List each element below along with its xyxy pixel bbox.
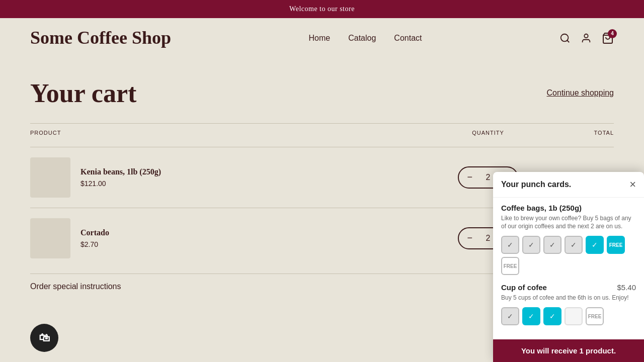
punch-card-name-0: Coffee bags, 1b (250g) xyxy=(501,204,582,212)
punch-slot-0-2: ✓ xyxy=(543,236,561,254)
product-details-0: Kenia beans, 1lb (250g) $121.00 xyxy=(80,167,161,188)
punch-slot-1-4: FREE xyxy=(586,307,604,325)
popup-close-button[interactable]: × xyxy=(629,179,636,190)
main-nav: Home Catalog Contact xyxy=(309,34,422,43)
punch-slot-1-2: ✓ xyxy=(543,307,561,325)
shopify-badge[interactable]: 🛍 xyxy=(30,324,58,352)
cart-header-row: Your cart Continue shopping xyxy=(30,78,614,108)
banner-text: Welcome to our store xyxy=(289,5,355,13)
cart-title: Your cart xyxy=(30,78,136,108)
punch-card-product-0: Coffee bags, 1b (250g) xyxy=(501,204,636,212)
punch-card-product-1: Cup of cofee $5.40 xyxy=(501,283,636,292)
popup-footer: You will receive 1 product. xyxy=(493,339,644,362)
punch-card-desc-1: Buy 5 cups of cofee and the 6th is on us… xyxy=(501,294,636,302)
top-banner: Welcome to our store xyxy=(0,0,644,18)
shopify-icon: 🛍 xyxy=(39,331,50,344)
qty-decrease-0[interactable]: − xyxy=(459,167,480,188)
svg-point-2 xyxy=(584,34,588,38)
nav-catalog[interactable]: Catalog xyxy=(348,34,376,43)
punch-card-name-1: Cup of cofee xyxy=(501,283,547,292)
punch-slot-0-6: FREE xyxy=(501,257,519,275)
product-image-0 xyxy=(30,157,70,198)
svg-line-1 xyxy=(567,40,569,42)
punch-slot-0-1: ✓ xyxy=(522,236,540,254)
punch-slot-1-0: ✓ xyxy=(501,307,519,325)
header: Some Coffee Shop Home Catalog Contact 4 xyxy=(0,18,644,58)
product-name-0: Kenia beans, 1lb (250g) xyxy=(80,167,161,176)
punch-slots-0: ✓ ✓ ✓ ✓ ✓ FREE FREE xyxy=(501,236,636,275)
punch-slot-1-3 xyxy=(565,307,583,325)
cart-button[interactable]: 4 xyxy=(602,32,614,44)
product-image-1 xyxy=(30,218,70,258)
popup-title: Your punch cards. xyxy=(501,180,571,189)
cart-badge: 4 xyxy=(608,29,617,38)
logo: Some Coffee Shop xyxy=(30,28,171,48)
punch-card-price-1: $5.40 xyxy=(617,283,636,292)
product-details-1: Cortado $2.70 xyxy=(80,228,109,248)
popup-header: Your punch cards. × xyxy=(493,172,644,198)
product-info-0: Kenia beans, 1lb (250g) $121.00 xyxy=(30,157,438,198)
table-header: PRODUCT QUANTITY TOTAL xyxy=(30,123,614,142)
search-button[interactable] xyxy=(559,33,571,44)
product-price-1: $2.70 xyxy=(80,240,109,248)
col-header-total: TOTAL xyxy=(538,130,614,136)
col-header-quantity: QUANTITY xyxy=(438,130,538,136)
continue-shopping-button[interactable]: Continue shopping xyxy=(547,88,614,98)
punch-slot-0-3: ✓ xyxy=(565,236,583,254)
nav-home[interactable]: Home xyxy=(309,34,331,43)
punch-slot-0-4: ✓ xyxy=(586,236,604,254)
punch-card-0: Coffee bags, 1b (250g) Like to brew your… xyxy=(501,204,636,276)
qty-decrease-1[interactable]: − xyxy=(459,228,480,248)
punch-slot-1-1: ✓ xyxy=(522,307,540,325)
account-button[interactable] xyxy=(581,33,592,44)
punch-card-desc-0: Like to brew your own coffee? Buy 5 bags… xyxy=(501,214,636,231)
product-price-0: $121.00 xyxy=(80,179,161,188)
nav-contact[interactable]: Contact xyxy=(394,34,422,43)
product-info-1: Cortado $2.70 xyxy=(30,218,438,258)
punch-slot-0-5: FREE xyxy=(607,236,625,254)
header-icons: 4 xyxy=(559,32,614,44)
punch-slot-0-0: ✓ xyxy=(501,236,519,254)
svg-point-0 xyxy=(561,34,569,42)
punch-slots-1: ✓ ✓ ✓ FREE xyxy=(501,307,636,325)
punch-card-1: Cup of cofee $5.40 Buy 5 cups of cofee a… xyxy=(501,283,636,325)
col-header-product: PRODUCT xyxy=(30,130,438,136)
product-name-1: Cortado xyxy=(80,228,109,237)
popup-body: Coffee bags, 1b (250g) Like to brew your… xyxy=(493,198,644,339)
punch-card-popup: Your punch cards. × Coffee bags, 1b (250… xyxy=(493,172,644,362)
